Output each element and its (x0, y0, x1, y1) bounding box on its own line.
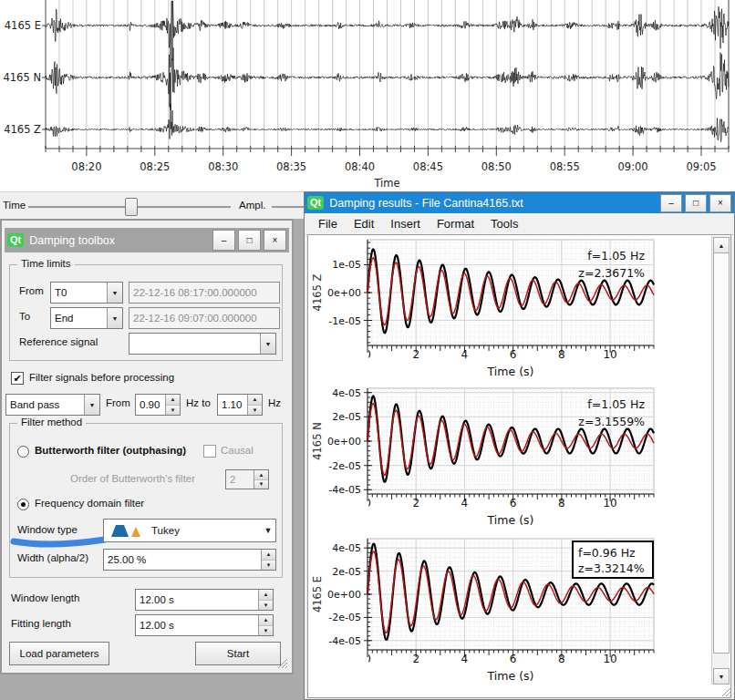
spin-up-icon[interactable]: ▲ (262, 550, 275, 561)
spin-down-icon[interactable]: ▼ (248, 406, 262, 416)
window-type-label: Window type (17, 524, 78, 535)
filter-signals-checkbox[interactable]: ✔ (11, 372, 24, 385)
spin-down-icon[interactable]: ▼ (259, 601, 273, 611)
spin-up-icon[interactable]: ▲ (259, 615, 273, 626)
blue-marker-annotation (6, 535, 112, 550)
load-parameters-button[interactable]: Load parameters (9, 642, 109, 665)
chevron-down-icon[interactable]: ▼ (261, 520, 275, 541)
toolbox-title: Damping toolbox (29, 234, 115, 247)
qt-logo-icon: Qt (7, 233, 24, 247)
damping-results-window: Qt Damping results - File Cantina4165.tx… (304, 191, 735, 700)
scrollbar-thumb[interactable] (713, 252, 730, 654)
fitting-length-label: Fitting length (11, 618, 71, 629)
svg-text:-2e-05: -2e-05 (328, 460, 361, 472)
svg-text:4e-05: 4e-05 (332, 387, 361, 399)
svg-text:08:40: 08:40 (345, 160, 375, 173)
svg-text:Time (s): Time (s) (487, 513, 534, 527)
band-pass-combobox[interactable]: Band pass ▼ (5, 394, 100, 416)
menu-item-format[interactable]: Format (429, 215, 482, 232)
damping-toolbox-window: Qt Damping toolbox – □ × Time limits Fro… (0, 219, 294, 674)
band-to-spinbox[interactable]: 1.10 ▲▼ (217, 394, 263, 416)
close-button[interactable]: × (264, 230, 286, 251)
maximize-button[interactable]: □ (238, 230, 261, 251)
svg-text:8: 8 (558, 497, 565, 510)
ampl-slider-label: Ampl. (239, 200, 265, 211)
chevron-down-icon[interactable]: ▼ (84, 395, 99, 415)
to-combobox[interactable]: End ▼ (50, 307, 123, 329)
svg-text:08:50: 08:50 (481, 160, 512, 173)
start-button[interactable]: Start (195, 642, 281, 665)
svg-text:-4e-05: -4e-05 (328, 635, 361, 647)
svg-text:f=1.05 Hz: f=1.05 Hz (587, 249, 645, 262)
minimize-button[interactable]: – (660, 194, 682, 212)
svg-text:f=0.96 Hz: f=0.96 Hz (578, 546, 636, 560)
fitting-length-spinbox[interactable]: 12.00 s ▲▼ (135, 614, 274, 636)
reference-signal-combobox[interactable]: ▼ (129, 333, 276, 355)
width-alpha-spinbox[interactable]: 25.00 % ▲▼ (103, 549, 276, 571)
band-from-spinbox[interactable]: 0.90 ▲▼ (135, 394, 181, 416)
svg-text:2e-05: 2e-05 (332, 411, 361, 423)
filter-method-group: Filter method Butterworth filter (outpha… (9, 423, 283, 578)
svg-text:08:20: 08:20 (71, 160, 101, 173)
tukey-window-icon (109, 523, 144, 538)
svg-text:4: 4 (461, 348, 469, 361)
vertical-scrollbar[interactable]: ▲ ▼ (711, 236, 730, 685)
menu-item-edit[interactable]: Edit (346, 215, 382, 232)
chevron-down-icon[interactable]: ▼ (107, 283, 122, 303)
svg-text:Time (s): Time (s) (487, 669, 534, 683)
svg-text:4165 E: 4165 E (5, 19, 41, 32)
svg-text:10: 10 (603, 653, 616, 665)
width-alpha-label: Width (alpha/2) (17, 552, 88, 563)
menu-item-file[interactable]: File (310, 215, 346, 232)
resize-grip-icon[interactable] (276, 657, 288, 669)
svg-text:4165 Z: 4165 Z (4, 123, 41, 136)
filter-method-legend: Filter method (17, 417, 86, 427)
svg-text:2: 2 (412, 497, 419, 510)
frequency-domain-radio[interactable] (17, 499, 29, 510)
chevron-down-icon[interactable]: ▼ (107, 308, 122, 328)
spin-up-icon[interactable]: ▲ (259, 590, 273, 601)
spin-up-icon[interactable]: ▲ (166, 395, 180, 406)
svg-text:-2e-05: -2e-05 (328, 612, 361, 623)
spin-down-icon[interactable]: ▼ (166, 406, 180, 416)
time-slider-handle[interactable] (125, 198, 138, 216)
chevron-down-icon[interactable]: ▼ (260, 334, 275, 354)
to-label: To (19, 311, 30, 322)
window-type-combobox[interactable]: Tukey ▼ (103, 519, 276, 542)
results-menubar: FileEditInsertFormatTools (305, 213, 734, 235)
maximize-button[interactable]: □ (685, 194, 707, 212)
menu-item-insert[interactable]: Insert (382, 215, 429, 232)
from-combobox[interactable]: T0 ▼ (50, 282, 123, 304)
svg-text:08:30: 08:30 (208, 160, 238, 173)
resize-grip-icon[interactable] (720, 685, 732, 697)
svg-text:4165 E: 4165 E (311, 576, 324, 612)
scroll-up-icon[interactable]: ▲ (713, 237, 730, 253)
menu-item-tools[interactable]: Tools (482, 215, 526, 232)
svg-text:10: 10 (603, 348, 616, 361)
minimize-button[interactable]: – (212, 230, 235, 251)
svg-text:z=3.1559%: z=3.1559% (578, 415, 645, 428)
from-label: From (19, 285, 44, 296)
filter-signals-label: Filter signals before processing (29, 372, 174, 383)
spin-down-icon[interactable]: ▼ (259, 626, 273, 636)
svg-text:-4e-05: -4e-05 (328, 484, 361, 496)
time-limits-group: Time limits From T0 ▼ 22-12-16 08:17:00.… (9, 264, 283, 361)
qt-logo-icon: Qt (307, 196, 324, 210)
window-length-spinbox[interactable]: 12.00 s ▲▼ (135, 589, 274, 611)
svg-text:z=2.3671%: z=2.3671% (578, 266, 645, 280)
svg-text:4: 4 (461, 497, 469, 510)
spin-down-icon[interactable]: ▼ (262, 561, 275, 571)
svg-text:10: 10 (603, 497, 616, 510)
time-limits-legend: Time limits (17, 258, 75, 269)
svg-text:4165 Z: 4165 Z (311, 273, 324, 311)
time-slider-label: Time (3, 200, 26, 211)
svg-text:6: 6 (510, 348, 517, 361)
close-button[interactable]: × (709, 194, 731, 212)
butterworth-radio[interactable] (17, 446, 29, 458)
spin-up-icon[interactable]: ▲ (248, 395, 262, 406)
svg-text:08:45: 08:45 (413, 160, 443, 173)
spin-down-icon: ▼ (254, 480, 268, 489)
scroll-down-icon[interactable]: ▼ (713, 668, 730, 685)
svg-text:f=1.05 Hz: f=1.05 Hz (587, 397, 645, 411)
svg-text:z=3.3214%: z=3.3214% (578, 561, 645, 575)
